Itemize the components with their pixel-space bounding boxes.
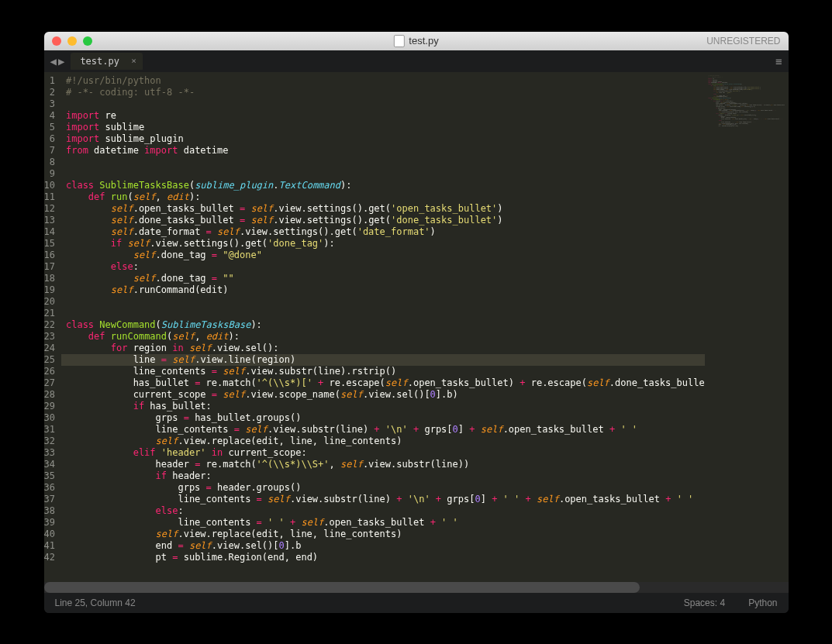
code-line[interactable]: header = re.match('^(\\s*)\\S+', self.vi… (61, 459, 705, 470)
editor-window: test.py UNREGISTERED ◀ ▶ test.py × ≡ 123… (44, 32, 789, 613)
code-line[interactable] (61, 157, 705, 168)
code-line[interactable]: if header: (61, 470, 705, 482)
file-icon (393, 35, 404, 47)
code-line[interactable]: self.view.replace(edit, line, line_conte… (61, 436, 705, 447)
editor-area: 1234567891011121314151617181920212223242… (44, 72, 789, 582)
code-line[interactable]: line_contents = self.view.substr(line) +… (61, 494, 705, 505)
code-line[interactable] (61, 296, 705, 308)
minimize-window-button[interactable] (67, 36, 77, 46)
code-line[interactable]: else: (61, 505, 705, 517)
code-line[interactable]: self.open_tasks_bullet = self.view.setti… (61, 203, 705, 215)
code-line[interactable]: self.runCommand(edit) (61, 284, 705, 296)
indentation-setting[interactable]: Spaces: 4 (684, 598, 725, 608)
code-line[interactable]: from datetime import datetime (61, 145, 705, 157)
code-line[interactable] (61, 308, 705, 319)
tab-label: test.py (80, 56, 119, 67)
code-line[interactable]: current_scope = self.view.scope_name(sel… (61, 389, 705, 401)
code-line[interactable]: class NewCommand(SublimeTasksBase): (61, 319, 705, 331)
code-line[interactable]: import re (61, 110, 705, 122)
syntax-setting[interactable]: Python (748, 598, 777, 608)
status-bar: Line 25, Column 42 Spaces: 4 Python (44, 593, 789, 613)
code-line[interactable]: self.done_tag = "" (61, 273, 705, 284)
code-line[interactable]: import sublime_plugin (61, 133, 705, 145)
nav-arrows: ◀ ▶ (50, 55, 65, 67)
code-line[interactable]: # -*- coding: utf-8 -*- (61, 87, 705, 98)
code-line[interactable]: def run(self, edit): (61, 191, 705, 203)
code-line[interactable]: pt = sublime.Region(end, end) (61, 552, 705, 563)
code-line[interactable]: grps = has_bullet.groups() (61, 412, 705, 424)
code-line[interactable] (61, 98, 705, 110)
code-area[interactable]: #!/usr/bin/python# -*- coding: utf-8 -*-… (61, 72, 705, 582)
code-line[interactable]: line_contents = self.view.substr(line).r… (61, 366, 705, 377)
code-line[interactable]: self.date_format = self.view.settings().… (61, 226, 705, 238)
code-line[interactable]: grps = header.groups() (61, 482, 705, 494)
code-line[interactable]: else: (61, 261, 705, 273)
code-line[interactable]: import sublime (61, 122, 705, 133)
code-line[interactable]: self.done_tasks_bullet = self.view.setti… (61, 215, 705, 226)
code-line[interactable]: line_contents = ' ' + self.open_tasks_bu… (61, 517, 705, 529)
code-line[interactable]: line = self.view.line(region) (61, 354, 705, 366)
maximize-window-button[interactable] (83, 36, 92, 46)
titlebar[interactable]: test.py UNREGISTERED (44, 32, 789, 50)
window-controls (52, 36, 92, 46)
code-line[interactable]: self.view.replace(edit, line, line_conte… (61, 529, 705, 540)
minimap-content: #!/usr/bin/python# -*- coding: utf-8 -*-… (708, 75, 782, 127)
line-number-gutter[interactable]: 1234567891011121314151617181920212223242… (44, 72, 61, 582)
code-line[interactable]: end = self.view.sel()[0].b (61, 540, 705, 552)
code-line[interactable]: line_contents = self.view.substr(line) +… (61, 424, 705, 436)
code-line[interactable]: #!/usr/bin/python (61, 75, 705, 87)
code-line[interactable]: if has_bullet: (61, 401, 705, 412)
file-tab[interactable]: test.py × (71, 53, 143, 70)
code-line[interactable]: class SublimeTasksBase(sublime_plugin.Te… (61, 180, 705, 191)
close-window-button[interactable] (52, 36, 61, 46)
close-tab-icon[interactable]: × (131, 56, 136, 66)
unregistered-label: UNREGISTERED (706, 36, 780, 46)
nav-back-icon[interactable]: ◀ (50, 55, 57, 67)
code-line[interactable]: for region in self.view.sel(): (61, 343, 705, 354)
code-line[interactable]: def runCommand(self, edit): (61, 331, 705, 343)
tab-bar: ◀ ▶ test.py × ≡ (44, 50, 789, 72)
code-line[interactable] (61, 168, 705, 180)
horizontal-scrollbar[interactable] (44, 582, 789, 593)
window-title: test.py (393, 35, 438, 47)
cursor-position[interactable]: Line 25, Column 42 (55, 598, 136, 608)
window-title-text: test.py (409, 35, 438, 46)
minimap[interactable]: #!/usr/bin/python# -*- coding: utf-8 -*-… (705, 72, 789, 582)
code-line[interactable]: self.done_tag = "@done" (61, 250, 705, 261)
scrollbar-thumb[interactable] (44, 582, 640, 593)
code-line[interactable]: if self.view.settings().get('done_tag'): (61, 238, 705, 250)
nav-forward-icon[interactable]: ▶ (58, 55, 64, 67)
code-line[interactable]: elif 'header' in current_scope: (61, 447, 705, 459)
code-line[interactable]: has_bullet = re.match('^(\\s*)[' + re.es… (61, 377, 705, 389)
menu-icon[interactable]: ≡ (775, 55, 782, 67)
